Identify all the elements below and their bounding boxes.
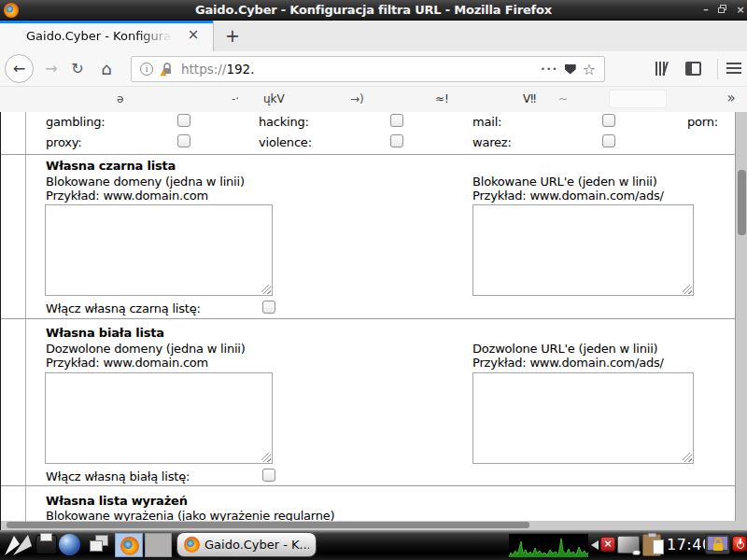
window-titlebar[interactable]: Gaido.Cyber - Konfiguracja filtra URL - … (0, 0, 747, 21)
menu-button[interactable] (726, 63, 741, 76)
expressions-label: Blokowane wyrażenia (jako wyrażenie regu… (46, 509, 334, 521)
section-divider (1, 318, 735, 319)
new-tab-button[interactable]: + (220, 23, 245, 49)
url-bar[interactable]: i https://192. ••• ☆ (131, 56, 605, 82)
toolbar-separator (717, 59, 718, 79)
section-title-whitelist: Własna biała lista (46, 326, 164, 340)
start-menu-icon[interactable] (3, 533, 35, 557)
bookmark-item[interactable]: -· (232, 87, 239, 112)
filter-label-hacking: hacking: (259, 115, 309, 129)
blacklist-urls-label: Blokowane URL'e (jeden w linii) (472, 175, 657, 189)
file-manager-icon[interactable] (35, 535, 57, 554)
task-button-firefox[interactable]: Gaido.Cyber - K... (176, 532, 317, 557)
page-viewport: gambling: hacking: mail: porn: proxy: vi… (0, 112, 747, 530)
filter-checkbox-gambling[interactable] (177, 114, 190, 127)
whitelist-domains-textarea[interactable] (45, 372, 273, 464)
section-title-blacklist: Własna czarna lista (46, 159, 176, 173)
task-button-label: Gaido.Cyber - K... (204, 538, 309, 552)
enable-blacklist-label: Włącz własną czarną listę: (46, 301, 201, 315)
vertical-scrollbar[interactable] (736, 112, 747, 521)
bookmark-item[interactable]: ~ (558, 87, 568, 112)
whitelist-urls-label: Dozwolone URL'e (jeden w linii) (472, 342, 657, 356)
lock-screen-icon[interactable] (705, 534, 730, 554)
firefox-launcher[interactable] (115, 533, 143, 557)
blacklist-urls-example: Przykład: www.domain.com/ads/ (472, 189, 664, 203)
back-button[interactable]: ← (5, 54, 34, 83)
whitelist-domains-example: Przykład: www.domain.com (46, 356, 208, 370)
reload-button[interactable]: ↻ (67, 51, 88, 87)
resize-grip-icon[interactable] (683, 453, 692, 462)
filter-checkbox-warez[interactable] (602, 134, 615, 147)
pocket-icon[interactable] (565, 64, 576, 75)
empty-launcher-slot[interactable] (145, 533, 172, 557)
tab-separator (213, 21, 214, 51)
whitelist-urls-example: Przykład: www.domain.com/ads/ (472, 356, 664, 370)
filter-checkbox-violence[interactable] (390, 134, 403, 147)
filter-checkbox-proxy[interactable] (177, 134, 190, 147)
blacklist-domains-textarea[interactable] (45, 204, 273, 296)
bookmark-item-highlight (609, 90, 667, 108)
bookmarks-toolbar: ә -· ųkV →) ≈! V‼ ~ » (0, 87, 747, 112)
filter-checkbox-mail[interactable] (602, 114, 615, 127)
whitelist-urls-textarea[interactable] (472, 372, 694, 464)
bookmarks-overflow-icon[interactable]: » (721, 87, 741, 112)
bookmark-item[interactable]: V‼ (523, 87, 536, 112)
url-text[interactable]: https://192. (181, 62, 254, 77)
power-button[interactable] (732, 536, 747, 552)
page-info-icon[interactable]: i (140, 63, 153, 76)
bookmark-item[interactable]: ә (117, 87, 123, 112)
firefox-window: Gaido.Cyber - Konfiguracja filtra URL - … (0, 0, 747, 530)
desktop-taskbar: Gaido.Cyber - K... × 17:40 (0, 530, 747, 560)
home-button[interactable]: ⌂ (95, 51, 118, 87)
filter-label-proxy: proxy: (46, 135, 82, 149)
tray-close-icon[interactable]: × (600, 537, 615, 552)
navigation-toolbar: ← → ↻ ⌂ i https://192. ••• ☆ (0, 51, 747, 87)
table-border-line (25, 112, 26, 521)
bookmark-item[interactable]: ųkV (263, 87, 285, 112)
sidebar-icon[interactable] (685, 62, 701, 76)
tab-label: Gaido.Cyber - Konfigurac (26, 21, 176, 51)
enable-whitelist-label: Włącz własną białą listę: (46, 469, 190, 483)
horizontal-scrollbar-thumb[interactable] (7, 522, 529, 528)
blacklist-domains-label: Blokowane domeny (jedna w linii) (46, 175, 245, 189)
filter-label-porn: porn: (687, 115, 718, 129)
tab-active[interactable]: Gaido.Cyber - Konfigurac × (0, 21, 213, 51)
blacklist-urls-textarea[interactable] (472, 204, 694, 296)
library-icon[interactable] (654, 62, 670, 77)
insecure-lock-icon[interactable] (160, 62, 175, 77)
bookmark-star-icon[interactable]: ☆ (583, 61, 596, 78)
firefox-logo-icon (184, 537, 200, 553)
section-divider (1, 485, 735, 486)
filter-label-gambling: gambling: (46, 115, 105, 129)
windows-icon[interactable] (88, 535, 110, 555)
filter-label-mail: mail: (472, 115, 501, 129)
resize-grip-icon[interactable] (261, 285, 271, 294)
tab-bar: Gaido.Cyber - Konfigurac × + (0, 21, 747, 51)
filter-label-violence: violence: (259, 135, 312, 149)
close-button[interactable]: × (733, 0, 747, 20)
tab-close-icon[interactable]: × (184, 26, 203, 45)
vertical-scrollbar-thumb[interactable] (738, 170, 746, 235)
bookmark-item[interactable]: ≈! (435, 87, 449, 112)
resize-grip-icon[interactable] (683, 285, 692, 294)
filter-checkbox-hacking[interactable] (390, 114, 403, 127)
tray-clipboard-icon[interactable] (642, 534, 661, 556)
web-globe-icon[interactable] (59, 534, 80, 555)
whitelist-domains-label: Dozwolone domeny (jedna w linii) (46, 342, 246, 356)
resize-grip-icon[interactable] (261, 453, 271, 462)
enable-whitelist-checkbox[interactable] (262, 469, 275, 482)
bookmark-item[interactable]: →) (350, 87, 364, 112)
section-title-expressions: Własna lista wyrażeń (46, 494, 188, 508)
tray-collapse-icon[interactable] (591, 540, 599, 550)
section-divider (1, 154, 735, 155)
filter-label-warez: warez: (472, 135, 512, 149)
enable-blacklist-checkbox[interactable] (262, 301, 275, 314)
window-title: Gaido.Cyber - Konfiguracja filtra URL - … (0, 0, 747, 20)
restore-button[interactable] (715, 0, 730, 20)
horizontal-scrollbar[interactable] (1, 521, 747, 530)
minimize-button[interactable]: – (698, 0, 713, 20)
page-actions-icon[interactable]: ••• (541, 64, 558, 74)
tray-display-icon[interactable] (617, 536, 640, 553)
forward-button[interactable]: → (41, 51, 62, 87)
url-scheme: https:// (181, 62, 226, 77)
